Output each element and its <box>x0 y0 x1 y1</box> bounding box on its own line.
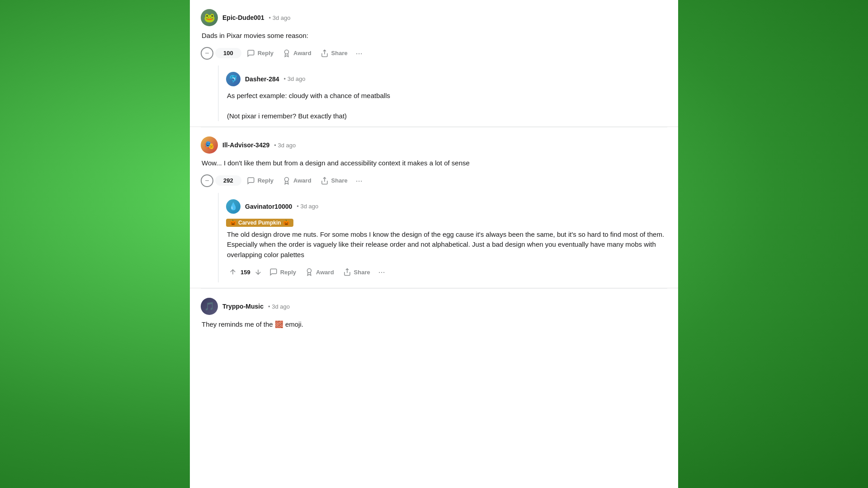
comment-header: 🎵 Tryppo-Music • 3d ago <box>201 298 667 315</box>
avatar: 🐬 <box>226 72 241 86</box>
collapse-button[interactable]: − <box>201 47 213 60</box>
upvote-button[interactable] <box>219 180 221 182</box>
timestamp: • 3d ago <box>269 14 291 21</box>
reply-header: 💧 Gavinator10000 • 3d ago <box>226 199 667 214</box>
vote-section: 292 <box>215 175 241 186</box>
comment-text: They reminds me of the 🧱 emoji. <box>201 319 667 330</box>
action-bar: − 292 Reply Award Share <box>201 174 667 193</box>
comment-text: Dads in Pixar movies some reason: <box>201 31 667 41</box>
downvote-button[interactable] <box>236 180 238 182</box>
award-button[interactable]: Award <box>279 174 315 188</box>
action-bar: − 100 Reply Award Share <box>201 47 667 66</box>
svg-point-1 <box>285 177 289 181</box>
reply-action-bar: 159 Reply Award Sh <box>227 265 667 282</box>
reply-section: 🐬 Dasher-284 • 3d ago As perfect example… <box>218 66 667 122</box>
reply-text: The old design drove me nuts. For some m… <box>226 230 667 260</box>
reply-block: 💧 Gavinator10000 • 3d ago 🎃 Carved Pumpk… <box>226 193 667 283</box>
more-options-button[interactable]: ··· <box>353 47 365 59</box>
reply-button[interactable]: Reply <box>266 265 300 279</box>
collapse-button[interactable]: − <box>201 174 213 187</box>
upvote-button[interactable] <box>228 267 238 277</box>
reply-button[interactable]: Reply <box>243 47 277 60</box>
reply-block: 🐬 Dasher-284 • 3d ago As perfect example… <box>226 66 667 122</box>
share-button[interactable]: Share <box>317 47 351 60</box>
comment-block: 🎭 Ill-Advisor-3429 • 3d ago Wow... I don… <box>190 127 678 288</box>
vote-section: 159 <box>227 265 264 279</box>
reply-button[interactable]: Reply <box>243 174 277 188</box>
avatar: 🎭 <box>201 136 218 154</box>
reply-header: 🐬 Dasher-284 • 3d ago <box>226 72 667 86</box>
comment-header: 🎭 Ill-Advisor-3429 • 3d ago <box>201 136 667 154</box>
comment-header: 🐸 Epic-Dude001 • 3d ago <box>201 9 667 26</box>
reply-section: 💧 Gavinator10000 • 3d ago 🎃 Carved Pumpk… <box>218 193 667 283</box>
comment-block: 🎵 Tryppo-Music • 3d ago They reminds me … <box>190 289 678 330</box>
username: Gavinator10000 <box>245 203 292 210</box>
more-options-button[interactable]: ··· <box>353 175 365 187</box>
flair-text: Carved Pumpkin <box>238 220 281 226</box>
award-button[interactable]: Award <box>302 265 338 279</box>
timestamp: • 3d ago <box>297 203 318 210</box>
avatar: 💧 <box>226 199 241 214</box>
upvote-button[interactable] <box>219 52 221 54</box>
username: Ill-Advisor-3429 <box>222 141 269 149</box>
avatar: 🎵 <box>201 298 218 315</box>
username: Dasher-284 <box>245 75 279 83</box>
downvote-button[interactable] <box>253 267 263 277</box>
timestamp: • 3d ago <box>274 142 296 149</box>
avatar: 🐸 <box>201 9 218 26</box>
vote-section: 100 <box>215 48 241 58</box>
flair-badge: 🎃 Carved Pumpkin 🎃 <box>226 219 293 227</box>
award-button[interactable]: Award <box>279 47 315 60</box>
comment-text: Wow... I don't like them but from a desi… <box>201 158 667 169</box>
username: Tryppo-Music <box>222 303 264 310</box>
svg-point-0 <box>285 50 289 54</box>
share-button[interactable]: Share <box>340 265 374 279</box>
share-button[interactable]: Share <box>317 174 351 188</box>
comments-container: 🐸 Epic-Dude001 • 3d ago Dads in Pixar mo… <box>190 0 678 488</box>
reply-text: As perfect example: cloudy with a chance… <box>226 91 667 122</box>
username: Epic-Dude001 <box>222 14 264 21</box>
vote-count: 292 <box>222 177 234 184</box>
more-options-button[interactable]: ··· <box>376 266 388 278</box>
timestamp: • 3d ago <box>284 75 306 82</box>
vote-count: 100 <box>222 50 234 56</box>
downvote-button[interactable] <box>236 52 238 54</box>
timestamp: • 3d ago <box>268 303 290 310</box>
svg-point-2 <box>307 269 311 273</box>
vote-count: 159 <box>240 269 251 276</box>
comment-block: 🐸 Epic-Dude001 • 3d ago Dads in Pixar mo… <box>190 0 678 127</box>
